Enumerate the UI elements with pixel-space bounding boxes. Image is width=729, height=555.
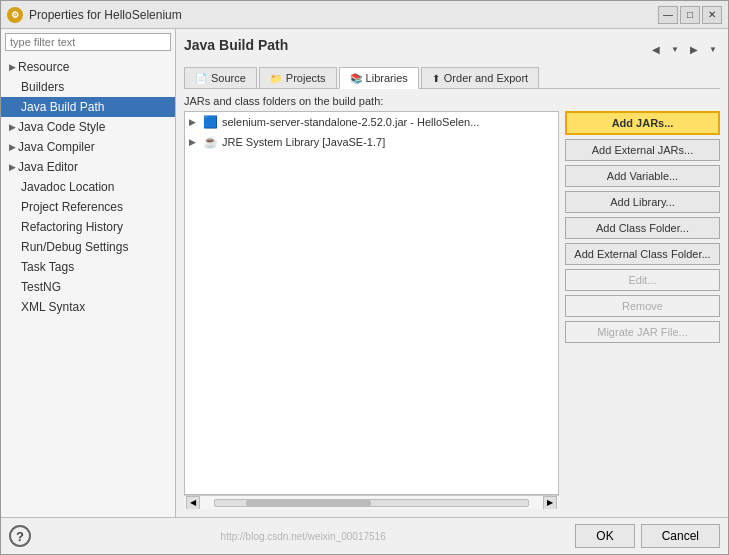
sidebar-item-java-compiler[interactable]: ▶ Java Compiler [1,137,175,157]
sidebar-item-java-build-path[interactable]: Java Build Path [1,97,175,117]
back-dropdown[interactable]: ▼ [668,40,682,58]
cancel-button[interactable]: Cancel [641,524,720,548]
tree-panel: ▶ 🟦 selenium-server-standalone-2.52.0.ja… [184,111,559,495]
scroll-right-arrow[interactable]: ▶ [543,496,557,510]
arrow-icon: ▶ [9,142,16,152]
scroll-left-arrow[interactable]: ◀ [186,496,200,510]
title-buttons: — □ ✕ [658,6,722,24]
sidebar-item-javadoc-location[interactable]: Javadoc Location [1,177,175,197]
horizontal-scrollbar[interactable]: ◀ ▶ [184,495,559,509]
sidebar-item-run-debug-settings[interactable]: Run/Debug Settings [1,237,175,257]
watermark: http://blog.csdn.net/weixin_00017516 [31,531,575,542]
scroll-thumb[interactable] [246,500,371,506]
arrow-icon: ▶ [9,62,16,72]
close-button[interactable]: ✕ [702,6,722,24]
sidebar-item-resource[interactable]: ▶ Resource [1,57,175,77]
order-export-tab-icon: ⬆ [432,73,440,84]
help-button[interactable]: ? [9,525,31,547]
scroll-track[interactable] [214,499,529,507]
sidebar-item-xml-syntax[interactable]: XML Syntax [1,297,175,317]
bottom-buttons: OK Cancel [575,524,720,548]
remove-button[interactable]: Remove [565,295,720,317]
maximize-button[interactable]: □ [680,6,700,24]
edit-button[interactable]: Edit... [565,269,720,291]
sidebar-item-refactoring-history[interactable]: Refactoring History [1,217,175,237]
jre-icon: ☕ [203,135,218,149]
minimize-button[interactable]: — [658,6,678,24]
add-class-folder-button[interactable]: Add Class Folder... [565,217,720,239]
title-bar-left: ⚙ Properties for HelloSelenium [7,7,182,23]
jar-icon: 🟦 [203,115,218,129]
buttons-panel: Add JARs... Add External JARs... Add Var… [565,111,720,509]
forward-dropdown[interactable]: ▼ [706,40,720,58]
tab-projects[interactable]: 📁 Projects [259,67,337,88]
migrate-jar-file-button[interactable]: Migrate JAR File... [565,321,720,343]
tab-order-export[interactable]: ⬆ Order and Export [421,67,539,88]
window-title: Properties for HelloSelenium [29,8,182,22]
arrow-icon: ▶ [9,122,16,132]
sidebar: ▶ Resource Builders Java Build Path ▶ Ja… [1,29,176,517]
main-header: Java Build Path ◀ ▼ ▶ ▼ [184,37,720,61]
title-bar: ⚙ Properties for HelloSelenium — □ ✕ [1,1,728,29]
libraries-tab-icon: 📚 [350,73,362,84]
add-external-jars-button[interactable]: Add External JARs... [565,139,720,161]
tree-arrow-icon: ▶ [189,117,201,127]
forward-button[interactable]: ▶ [684,40,704,58]
sidebar-item-java-editor[interactable]: ▶ Java Editor [1,157,175,177]
tabs-bar: 📄 Source 📁 Projects 📚 Libraries ⬆ Order … [184,67,720,89]
pane-container: ▶ 🟦 selenium-server-standalone-2.52.0.ja… [184,111,720,509]
properties-window: ⚙ Properties for HelloSelenium — □ ✕ ▶ R… [0,0,729,555]
tab-source[interactable]: 📄 Source [184,67,257,88]
add-jars-button[interactable]: Add JARs... [565,111,720,135]
sidebar-item-builders[interactable]: Builders [1,77,175,97]
tree-panel-wrapper: ▶ 🟦 selenium-server-standalone-2.52.0.ja… [184,111,559,509]
add-external-class-folder-button[interactable]: Add External Class Folder... [565,243,720,265]
ok-button[interactable]: OK [575,524,634,548]
sidebar-list: ▶ Resource Builders Java Build Path ▶ Ja… [1,55,175,517]
bottom-bar: ? http://blog.csdn.net/weixin_00017516 O… [1,517,728,554]
add-variable-button[interactable]: Add Variable... [565,165,720,187]
tree-arrow-icon: ▶ [189,137,201,147]
tree-item-1[interactable]: ▶ ☕ JRE System Library [JavaSE-1.7] [185,132,558,152]
projects-tab-icon: 📁 [270,73,282,84]
source-tab-icon: 📄 [195,73,207,84]
sidebar-item-testng[interactable]: TestNG [1,277,175,297]
back-button[interactable]: ◀ [646,40,666,58]
tree-item-0[interactable]: ▶ 🟦 selenium-server-standalone-2.52.0.ja… [185,112,558,132]
nav-arrows: ◀ ▼ ▶ ▼ [646,40,720,58]
window-icon: ⚙ [7,7,23,23]
sidebar-item-java-code-style[interactable]: ▶ Java Code Style [1,117,175,137]
window-body: ▶ Resource Builders Java Build Path ▶ Ja… [1,29,728,517]
content-description: JARs and class folders on the build path… [184,95,720,107]
page-title: Java Build Path [184,37,288,53]
content-area: JARs and class folders on the build path… [184,95,720,509]
tab-libraries[interactable]: 📚 Libraries [339,67,419,89]
add-library-button[interactable]: Add Library... [565,191,720,213]
filter-input[interactable] [5,33,171,51]
main-content: Java Build Path ◀ ▼ ▶ ▼ 📄 Source 📁 Proje… [176,29,728,517]
sidebar-item-task-tags[interactable]: Task Tags [1,257,175,277]
sidebar-item-project-references[interactable]: Project References [1,197,175,217]
arrow-icon: ▶ [9,162,16,172]
